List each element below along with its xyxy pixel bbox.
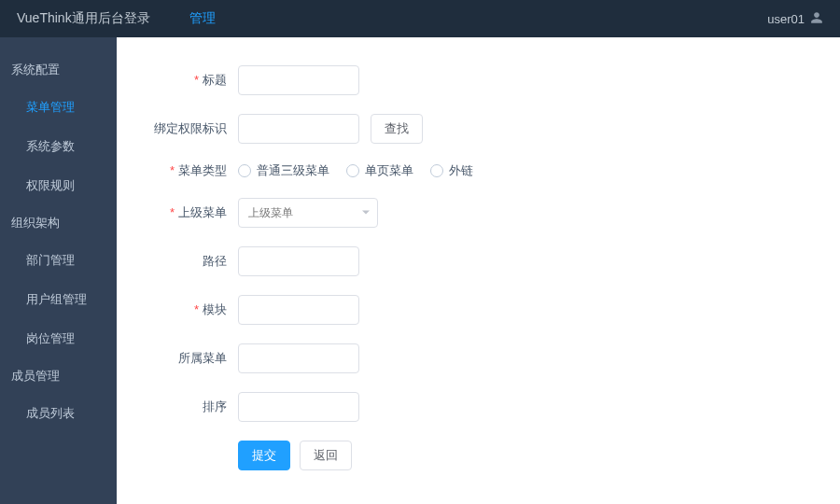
- radio-circle-icon: [430, 164, 443, 177]
- username-label: user01: [767, 12, 805, 26]
- label-module: 模块: [145, 301, 238, 318]
- brand-title: VueThink通用后台登录: [17, 10, 150, 27]
- sidebar-group-org: 组织架构: [0, 205, 117, 241]
- sidebar-item-usergroup-manage[interactable]: 用户组管理: [0, 280, 117, 319]
- sidebar-item-system-params[interactable]: 系统参数: [0, 127, 117, 166]
- topbar: VueThink通用后台登录 管理 user01: [0, 0, 840, 37]
- sidebar: 系统配置 菜单管理 系统参数 权限规则 组织架构 部门管理 用户组管理 岗位管理…: [0, 37, 117, 504]
- radio-circle-icon: [346, 164, 359, 177]
- label-sort: 排序: [145, 399, 238, 415]
- radio-label-external: 外链: [449, 162, 473, 179]
- input-belong-menu[interactable]: [238, 343, 359, 373]
- input-path[interactable]: [238, 246, 359, 276]
- select-parent-input[interactable]: [238, 198, 378, 228]
- nav-manage[interactable]: 管理: [189, 10, 216, 27]
- radio-label-normal: 普通三级菜单: [257, 162, 329, 179]
- input-sort[interactable]: [238, 392, 359, 422]
- sidebar-item-dept-manage[interactable]: 部门管理: [0, 241, 117, 280]
- sidebar-group-system: 系统配置: [0, 52, 117, 88]
- main-content: 标题 绑定权限标识 查找 菜单类型 普通三级菜单 单页菜单 外: [117, 37, 840, 504]
- radio-circle-icon: [238, 164, 251, 177]
- sidebar-group-members: 成员管理: [0, 358, 117, 394]
- input-title[interactable]: [238, 65, 359, 95]
- find-button[interactable]: 查找: [371, 114, 423, 144]
- select-parent-menu[interactable]: [238, 198, 378, 228]
- sidebar-item-member-list[interactable]: 成员列表: [0, 394, 117, 433]
- label-parent-menu: 上级菜单: [145, 204, 238, 221]
- label-menu-type: 菜单类型: [145, 162, 238, 179]
- radio-label-single: 单页菜单: [365, 162, 413, 179]
- input-module[interactable]: [238, 295, 359, 325]
- sidebar-item-menu-manage[interactable]: 菜单管理: [0, 88, 117, 127]
- sidebar-item-permission-rules[interactable]: 权限规则: [0, 166, 117, 205]
- label-title: 标题: [145, 72, 238, 89]
- input-permission[interactable]: [238, 114, 359, 144]
- submit-button[interactable]: 提交: [238, 441, 290, 470]
- user-icon: [810, 11, 823, 27]
- radio-single-page[interactable]: 单页菜单: [346, 162, 413, 179]
- label-belong-menu: 所属菜单: [145, 350, 238, 367]
- back-button[interactable]: 返回: [300, 441, 352, 470]
- radio-normal-menu[interactable]: 普通三级菜单: [238, 162, 329, 179]
- user-menu[interactable]: user01: [767, 11, 823, 27]
- radio-external-link[interactable]: 外链: [430, 162, 473, 179]
- sidebar-item-position-manage[interactable]: 岗位管理: [0, 319, 117, 358]
- label-path: 路径: [145, 253, 238, 270]
- radio-group-menu-type: 普通三级菜单 单页菜单 外链: [238, 162, 473, 179]
- label-permission: 绑定权限标识: [145, 120, 238, 137]
